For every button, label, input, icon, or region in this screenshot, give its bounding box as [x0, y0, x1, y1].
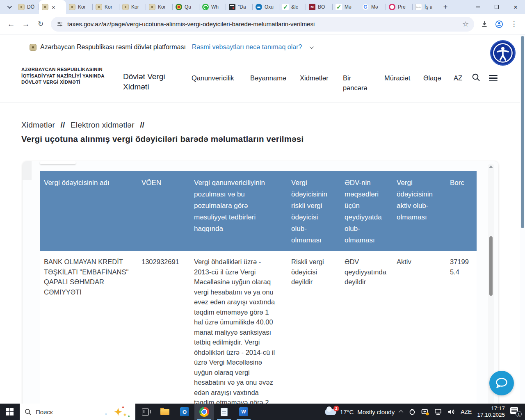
download-icon: [481, 21, 488, 28]
browser-menu-button[interactable]: ⋮: [507, 17, 521, 31]
browser-tab[interactable]: Kor: [119, 0, 146, 14]
table-scrollbar[interactable]: [488, 164, 494, 404]
menu-button[interactable]: [489, 75, 498, 81]
tab-title: Qu: [185, 4, 191, 10]
taxes-emblem-favicon: [18, 4, 25, 10]
profile-icon: [495, 20, 503, 28]
nav-item-bir-pencere[interactable]: Bir pəncərə: [343, 73, 374, 93]
task-view-button[interactable]: [135, 404, 155, 420]
browser-tab[interactable]: GMə: [359, 0, 386, 14]
new-tab-button[interactable]: +: [439, 1, 452, 13]
browser-tab[interactable]: DÖ: [15, 0, 39, 14]
browser-tab[interactable]: ×: [39, 0, 66, 14]
breadcrumb-item-xidmetler[interactable]: Xidmətlər: [21, 121, 55, 129]
tab-title: &lc: [291, 4, 298, 10]
banner-text: Azərbaycan Respublikası rəsmi dövlət pla…: [40, 43, 186, 51]
nav-item-qanunvericilik[interactable]: Qanunvericilik: [192, 73, 234, 83]
tray-camera-icon[interactable]: [409, 408, 416, 415]
nav-item-muraciet[interactable]: Müraciət: [384, 73, 410, 83]
tab-title: Mə: [371, 4, 378, 10]
browser-tab[interactable]: Kor: [146, 0, 173, 14]
copilot-sparkle-icon: [105, 413, 107, 415]
browser-tab[interactable]: Oxu: [253, 0, 279, 14]
tab-title: DÖ: [27, 4, 34, 10]
whatsapp-favicon: [202, 4, 209, 10]
volume-icon[interactable]: [447, 408, 455, 415]
window-close-button[interactable]: ×: [506, 0, 525, 14]
browser-tab[interactable]: Bankerİş a: [413, 0, 439, 14]
nav-item-beyanname[interactable]: Bəyannamə: [250, 73, 286, 83]
taxes-emblem-favicon: [42, 4, 48, 10]
start-button[interactable]: [0, 404, 20, 420]
nav-item-elaqe[interactable]: Əlaqə: [423, 73, 441, 83]
language-indicator[interactable]: AZE: [461, 409, 472, 415]
reload-button[interactable]: ↻: [34, 17, 48, 31]
page-scrollbar[interactable]: [520, 34, 525, 404]
browser-tab[interactable]: Pre: [386, 0, 413, 14]
chevron-down-icon[interactable]: [310, 45, 314, 49]
tray-network-icon[interactable]: [434, 408, 442, 415]
browser-tab[interactable]: ✓&lc: [279, 0, 306, 14]
brand-title[interactable]: Dövlət Vergi Xidməti: [123, 71, 172, 92]
site-search-button[interactable]: [472, 73, 481, 84]
site-logo[interactable]: AZƏRBAYCAN RESPUBLİKASININ İQTİSADİYYAT …: [21, 66, 105, 86]
profile-button[interactable]: [492, 17, 506, 31]
taxpayer-table: Vergi ödəyicisinin adı VÖEN Vergi qanunv…: [40, 171, 477, 404]
address-bar[interactable]: taxes.gov.az/az/page/vergi-ucotuna-alinm…: [51, 17, 474, 32]
language-switcher[interactable]: AZ: [454, 73, 462, 83]
browser-tab[interactable]: Qu: [173, 0, 199, 14]
notepad-button[interactable]: [214, 404, 234, 420]
chrome-button[interactable]: [194, 404, 214, 420]
show-hidden-icons-button[interactable]: [399, 410, 403, 415]
window-minimize-button[interactable]: [468, 0, 487, 14]
copilot-sparkle-icon: [123, 413, 127, 417]
taskbar-search-input[interactable]: Поиск: [20, 404, 135, 420]
url-text[interactable]: taxes.gov.az/az/page/vergi-ucotuna-alinm…: [67, 21, 455, 27]
page-scrollbar-thumb[interactable]: [521, 36, 524, 228]
tray-screenshare-icon[interactable]: [421, 408, 429, 415]
page-content: Azərbaycan Respublikası rəsmi dövlət pla…: [0, 34, 525, 404]
weather-widget[interactable]: 2 17°C Mostly cloudy: [325, 409, 395, 415]
chat-button[interactable]: [489, 371, 514, 395]
table-scrollbar-thumb[interactable]: [489, 236, 493, 296]
header-divider: [0, 103, 525, 103]
browser-tab[interactable]: "Da: [226, 0, 253, 14]
system-tray: 2 17°C Mostly cloudy AZE 17:17 17.10.202…: [325, 405, 525, 418]
results-card: Vergi ödəyicisinin adı VÖEN Vergi qanunv…: [23, 161, 498, 404]
col-header-debt: Borc: [446, 171, 477, 251]
file-explorer-button[interactable]: [155, 404, 175, 420]
browser-tab[interactable]: Wh: [199, 0, 226, 14]
browser-tab[interactable]: ✓Mə: [333, 0, 359, 14]
search-icon: [25, 409, 32, 415]
browser-tab[interactable]: Kor: [66, 0, 93, 14]
breadcrumb-separator: //: [140, 121, 144, 129]
taskbar-clock[interactable]: 17:17 17.10.2025: [477, 405, 505, 418]
downloads-button[interactable]: [477, 17, 491, 31]
col-header-risky: Vergi ödəyicisinin riskli vergi ödəyicis…: [287, 171, 340, 251]
tab-close-icon[interactable]: ×: [52, 4, 55, 10]
cell-active: Aktiv: [393, 251, 446, 404]
outlook-icon: O: [180, 407, 189, 416]
browser-tab[interactable]: MBO: [306, 0, 333, 14]
forward-button[interactable]: →: [19, 17, 33, 31]
accessibility-button[interactable]: [490, 40, 516, 66]
green-check-favicon: ✓: [282, 4, 289, 10]
breadcrumb-item-elektron-xidmetler[interactable]: Elektron xidmətlər: [71, 121, 135, 129]
tab-search-button[interactable]: [4, 2, 14, 12]
notification-center-button[interactable]: 1: [510, 407, 521, 416]
bookmark-star-icon[interactable]: ☆: [459, 18, 472, 30]
cell-risky: Riskli vergi ödəyicisi deyildir: [287, 251, 340, 404]
outlook-button[interactable]: O: [175, 404, 194, 420]
scroll-up-arrow-icon[interactable]: [489, 165, 493, 168]
nav-item-xidmetler[interactable]: Xidmətlər: [300, 73, 329, 83]
banner-link[interactable]: Rəsmi vebsaytları necə tanımaq olar?: [192, 43, 302, 51]
site-info-icon[interactable]: [57, 21, 63, 27]
notification-count-badge: 1: [516, 411, 522, 417]
window-maximize-button[interactable]: [487, 0, 506, 14]
hamburger-icon: [489, 75, 498, 76]
close-icon: ×: [514, 4, 518, 11]
back-button[interactable]: ←: [4, 17, 18, 31]
browser-tab[interactable]: Kor: [93, 0, 119, 14]
page-title: Vergi uçotuna alınmış vergi ödəyiciləri …: [21, 134, 304, 144]
word-button[interactable]: W: [234, 404, 253, 420]
